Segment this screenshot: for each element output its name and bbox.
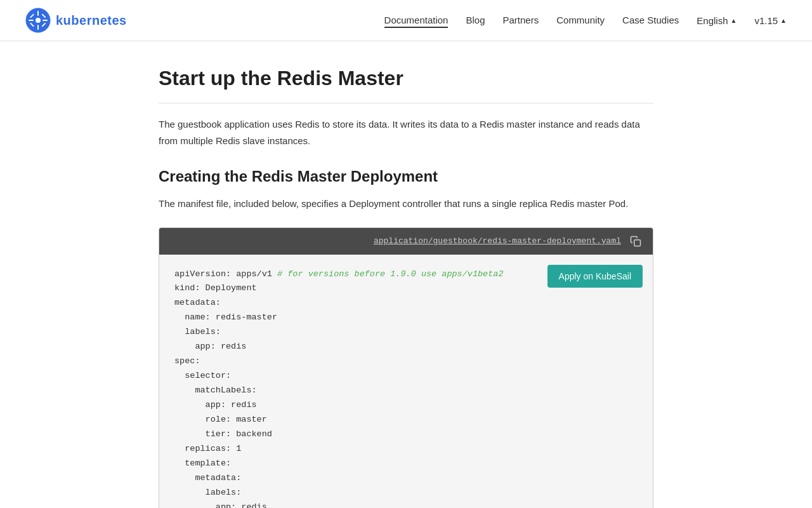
main-content: Start up the Redis Master The guestbook … (146, 41, 666, 508)
code-line-9: matchLabels: (174, 385, 257, 395)
code-line-12: tier: backend (174, 429, 272, 439)
code-line-8: selector: (174, 371, 231, 380)
code-line-3: metadata: (174, 298, 221, 307)
nav-item-blog[interactable]: Blog (466, 15, 485, 26)
page-title: Start up the Redis Master (159, 67, 653, 104)
code-line-5: labels: (174, 327, 221, 337)
language-label: English (697, 15, 728, 26)
code-line-17: app: redis (174, 502, 267, 509)
nav-link-partners[interactable]: Partners (503, 15, 539, 25)
svg-rect-10 (634, 239, 641, 246)
version-chevron-icon: ▲ (780, 17, 787, 24)
code-body: Apply on KubeSail apiVersion: apps/v1 # … (159, 255, 653, 509)
svg-point-1 (36, 18, 41, 23)
kubernetes-logo-icon (25, 8, 51, 33)
code-line-6: app: redis (174, 342, 246, 351)
svg-rect-5 (43, 20, 48, 21)
copy-button[interactable] (627, 234, 644, 248)
code-line-14: template: (174, 458, 231, 468)
code-line-7: spec: (174, 356, 200, 366)
code-block: application/guestbook/redis-master-deplo… (159, 227, 653, 509)
brand-logo[interactable]: kubernetes (25, 8, 127, 33)
code-line-13: replicas: 1 (174, 444, 241, 453)
svg-rect-3 (37, 25, 39, 30)
intro-paragraph: The guestbook application uses Redis to … (159, 116, 653, 149)
navbar: kubernetes Documentation Blog Partners C… (0, 0, 812, 41)
code-line-2: kind: Deployment (174, 283, 257, 293)
nav-item-case-studies[interactable]: Case Studies (622, 15, 679, 26)
section1-text: The manifest file, included below, speci… (159, 196, 653, 212)
nav-link-blog[interactable]: Blog (466, 15, 485, 25)
nav-item-language[interactable]: English ▲ (697, 15, 737, 26)
code-content: apiVersion: apps/v1 # for versions befor… (174, 267, 638, 509)
version-dropdown[interactable]: v1.15 ▲ (754, 15, 787, 26)
nav-link-case-studies[interactable]: Case Studies (622, 15, 679, 25)
language-dropdown[interactable]: English ▲ (697, 15, 737, 26)
svg-rect-2 (37, 11, 39, 16)
language-chevron-icon: ▲ (730, 17, 737, 24)
nav-link-documentation[interactable]: Documentation (384, 15, 449, 28)
nav-item-community[interactable]: Community (556, 15, 605, 26)
code-line-1: apiVersion: apps/v1 (174, 269, 272, 279)
code-filename[interactable]: application/guestbook/redis-master-deplo… (374, 236, 621, 246)
nav-link-community[interactable]: Community (556, 15, 605, 25)
version-label: v1.15 (754, 15, 778, 26)
nav-item-documentation[interactable]: Documentation (384, 15, 449, 26)
code-header: application/guestbook/redis-master-deplo… (159, 228, 653, 255)
copy-icon (630, 236, 641, 247)
apply-kubesail-button[interactable]: Apply on KubeSail (547, 265, 643, 288)
code-line-11: role: master (174, 415, 267, 424)
nav-item-version[interactable]: v1.15 ▲ (754, 15, 787, 26)
code-line-15: metadata: (174, 473, 241, 483)
section1-title: Creating the Redis Master Deployment (159, 168, 653, 185)
brand-name: kubernetes (56, 13, 127, 28)
code-line-16: labels: (174, 488, 241, 497)
code-line-10: app: redis (174, 400, 257, 410)
svg-rect-4 (29, 20, 34, 21)
nav-list: Documentation Blog Partners Community Ca… (384, 15, 787, 26)
code-comment-1: # for versions before 1.9.0 use apps/v1b… (272, 269, 504, 279)
code-line-4: name: redis-master (174, 312, 277, 322)
nav-item-partners[interactable]: Partners (503, 15, 539, 26)
